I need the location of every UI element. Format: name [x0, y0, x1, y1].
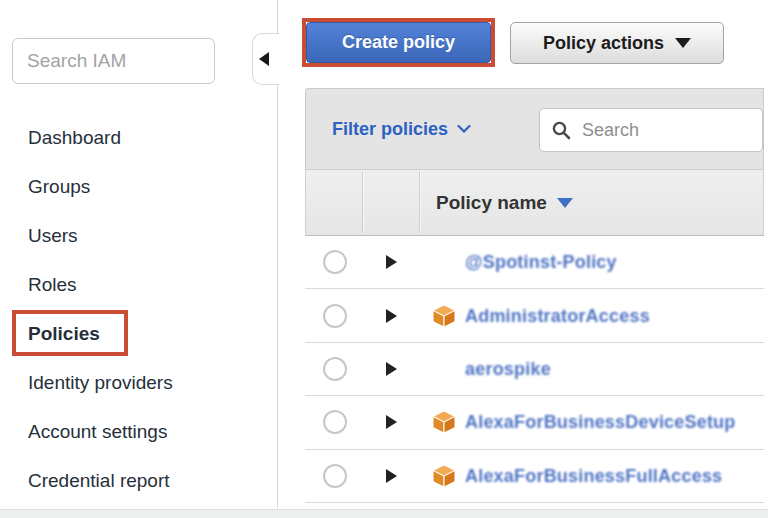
- expand-arrow-icon: [386, 415, 397, 429]
- column-header-policy-name[interactable]: Policy name: [436, 170, 573, 235]
- chevron-down-icon: [457, 125, 471, 134]
- policy-actions-label: Policy actions: [543, 33, 664, 54]
- policies-panel: Filter policies Policy name: [305, 88, 764, 504]
- row-expander[interactable]: [386, 469, 397, 483]
- table-row: AlexaForBusinessFullAccess: [305, 450, 764, 503]
- sidebar-nav: DashboardGroupsUsersRolesPoliciesIdentit…: [28, 113, 173, 505]
- expand-arrow-icon: [386, 469, 397, 483]
- table-header: Policy name: [305, 170, 764, 236]
- row-expander[interactable]: [386, 362, 397, 376]
- policy-name-link[interactable]: @Spotinst-Policy: [465, 252, 617, 273]
- policy-search-box[interactable]: [539, 108, 763, 152]
- policy-name-header-label: Policy name: [436, 192, 547, 214]
- row-expander[interactable]: [386, 309, 397, 323]
- filter-policies-dropdown[interactable]: Filter policies: [332, 119, 471, 140]
- bottom-edge-strip: [0, 509, 768, 518]
- row-expander[interactable]: [386, 415, 397, 429]
- column-divider: [362, 172, 363, 233]
- aws-managed-cube-icon: [432, 464, 456, 488]
- expand-arrow-icon: [386, 255, 397, 269]
- aws-managed-cube-icon: [432, 410, 456, 434]
- row-radio-button[interactable]: [323, 410, 347, 434]
- iam-console-screen: DashboardGroupsUsersRolesPoliciesIdentit…: [0, 0, 768, 518]
- column-divider: [419, 172, 420, 233]
- sidebar-item-dashboard[interactable]: Dashboard: [28, 113, 173, 162]
- sidebar-item-groups[interactable]: Groups: [28, 162, 173, 211]
- sidebar-collapse-toggle[interactable]: [252, 33, 279, 85]
- search-icon: [552, 121, 571, 140]
- filter-bar: Filter policies: [305, 88, 764, 170]
- row-radio-button[interactable]: [323, 357, 347, 381]
- filter-policies-label: Filter policies: [332, 119, 448, 140]
- table-row: AlexaForBusinessDeviceSetup: [305, 396, 764, 449]
- sort-descending-icon: [557, 198, 573, 208]
- row-radio-button[interactable]: [323, 250, 347, 274]
- policy-name-link[interactable]: AlexaForBusinessFullAccess: [465, 465, 722, 486]
- table-row: @Spotinst-Policy: [305, 236, 764, 289]
- row-radio-button[interactable]: [323, 304, 347, 328]
- chevron-down-icon: [675, 38, 691, 48]
- sidebar-item-policies[interactable]: Policies: [28, 309, 173, 358]
- policy-name-link[interactable]: aerospike: [465, 358, 551, 379]
- collapse-arrow-icon: [259, 52, 269, 66]
- annotation-box-create-policy: Create policy: [302, 18, 495, 67]
- aws-managed-cube-icon: [432, 304, 456, 328]
- policy-search-input[interactable]: [580, 119, 750, 142]
- search-iam-input[interactable]: [12, 38, 215, 84]
- sidebar-item-identity-providers[interactable]: Identity providers: [28, 358, 173, 407]
- sidebar-item-credential-report[interactable]: Credential report: [28, 456, 173, 505]
- row-expander[interactable]: [386, 255, 397, 269]
- sidebar-item-account-settings[interactable]: Account settings: [28, 407, 173, 456]
- table-row: aerospike: [305, 343, 764, 396]
- expand-arrow-icon: [386, 362, 397, 376]
- policy-name-link[interactable]: AlexaForBusinessDeviceSetup: [465, 412, 736, 433]
- policy-rows: @Spotinst-Policy AdministratorAccess aer: [305, 236, 764, 503]
- expand-arrow-icon: [386, 309, 397, 323]
- table-row: AdministratorAccess: [305, 289, 764, 342]
- create-policy-button[interactable]: Create policy: [306, 22, 491, 63]
- policy-actions-button[interactable]: Policy actions: [510, 22, 724, 64]
- sidebar-item-users[interactable]: Users: [28, 211, 173, 260]
- policy-name-link[interactable]: AdministratorAccess: [465, 305, 650, 326]
- row-radio-button[interactable]: [323, 464, 347, 488]
- sidebar-item-roles[interactable]: Roles: [28, 260, 173, 309]
